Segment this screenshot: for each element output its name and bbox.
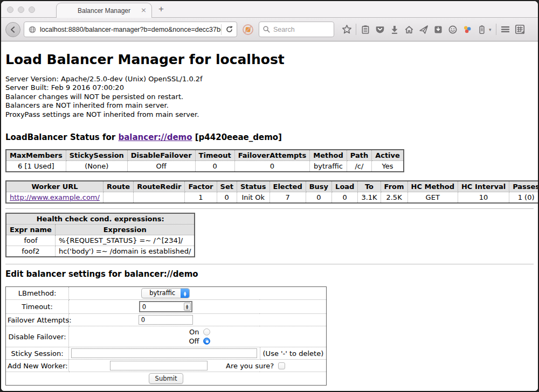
screenshot-extension-button[interactable] <box>513 22 527 37</box>
are-you-sure-label: Are you sure? <box>226 362 274 370</box>
zoom-window-button[interactable] <box>29 6 35 13</box>
tab-bar: Balancer Manager × + <box>1 1 538 18</box>
cell-busy: 0 <box>306 192 331 204</box>
col-busy: Busy <box>306 181 331 192</box>
tab-balancer-manager[interactable]: Balancer Manager × <box>56 3 152 18</box>
globe-icon <box>28 25 37 34</box>
col-path: Path <box>347 150 371 161</box>
number-spinner-icon[interactable]: ▲▼ <box>184 303 191 311</box>
col-active: Active <box>372 150 404 161</box>
worker-status-table: Worker URL Route RouteRedir Factor Set S… <box>5 180 538 204</box>
balancer-status-table: MaxMembers StickySession DisableFailover… <box>5 149 404 172</box>
new-tab-button[interactable]: + <box>158 4 164 15</box>
adblock-disabled-icon[interactable] <box>242 24 254 36</box>
col-from: From <box>381 181 407 192</box>
toolbar-separator <box>356 24 356 35</box>
chevron-down-icon[interactable]: ▾ <box>489 27 494 32</box>
cell-method: bytraffic <box>310 161 347 172</box>
back-button[interactable] <box>5 22 20 37</box>
form-row-sticky: Sticky Session: (Use '-' to delete) <box>6 347 327 360</box>
section-divider <box>5 264 534 264</box>
balancer-demo-link[interactable]: balancer://demo <box>118 132 192 142</box>
tab-title: Balancer Manager <box>78 7 130 15</box>
disable-failover-label: Disable Failover: <box>6 326 69 347</box>
close-window-button[interactable] <box>7 6 13 13</box>
col-hc-method: HC Method <box>407 181 458 192</box>
failover-attempts-input[interactable] <box>139 315 193 325</box>
tab-close-icon[interactable]: × <box>141 6 147 14</box>
col-maxmembers: MaxMembers <box>6 150 66 161</box>
home-button[interactable] <box>402 22 416 37</box>
form-row-timeout: Timeout: ▲▼ <box>6 300 327 314</box>
col-routeredir: RouteRedir <box>134 181 185 192</box>
cell-route <box>103 192 133 204</box>
share-button[interactable] <box>416 22 431 37</box>
grid-icon <box>515 24 525 34</box>
table-row: foof %{REQUEST_STATUS} =~ /^[234]/ <box>6 235 195 246</box>
url-bar[interactable]: localhost:8880/balancer-manager?b=demo&n… <box>24 22 237 37</box>
page-content: Load Balancer Manager for localhost Serv… <box>1 41 538 391</box>
battery-extension-button[interactable] <box>474 22 489 37</box>
page-title: Load Balancer Manager for localhost <box>5 52 534 67</box>
extension-download-button[interactable] <box>431 22 445 37</box>
color-picker-extension-button[interactable] <box>460 22 474 37</box>
notice-persist: Balancer changes will NOT be persisted o… <box>5 93 534 101</box>
add-worker-label: Add New Worker: <box>6 360 69 372</box>
radio-off-label: Off <box>185 337 199 345</box>
failover-label: Failover Attempts: <box>6 314 69 326</box>
form-row-add-worker: Add New Worker: Are you sure? <box>6 360 327 372</box>
search-input[interactable] <box>273 26 327 33</box>
cell-expr-name: foof <box>6 235 55 246</box>
are-you-sure-checkbox[interactable] <box>278 362 285 369</box>
downloads-button[interactable] <box>387 22 402 37</box>
bookmark-star-button[interactable] <box>340 22 354 37</box>
radio-off[interactable] <box>203 338 210 345</box>
health-table-title: Health check cond. expressions: <box>6 213 195 225</box>
search-bar[interactable] <box>259 22 334 37</box>
search-icon <box>262 25 271 33</box>
col-status: Status <box>237 181 270 192</box>
home-icon <box>404 25 414 34</box>
cell-expression: hc('body') =~ /domain is established/ <box>55 246 195 257</box>
col-stickysession: StickySession <box>66 150 127 161</box>
notice-proxypass: ProxyPass settings are NOT inherited fro… <box>5 110 534 119</box>
form-row-submit: Submit <box>6 372 327 386</box>
reload-button[interactable] <box>222 25 237 33</box>
col-expr-name: Expr name <box>6 225 55 235</box>
cell-hc-interval: 10 <box>458 192 509 204</box>
notice-balancers: Balancers are NOT inherited from main se… <box>5 101 534 110</box>
cell-failoverattempts: 0 <box>234 161 310 172</box>
sticky-session-hint: (Use '-' to delete) <box>260 347 326 360</box>
url-text[interactable]: localhost:8880/balancer-manager?b=demo&n… <box>40 26 221 33</box>
submit-button[interactable]: Submit <box>149 373 184 384</box>
feedback-button[interactable] <box>445 22 460 37</box>
sticky-session-label: Sticky Session: <box>6 347 69 360</box>
browser-window: Balancer Manager × + localhost:8880/bala… <box>1 1 538 391</box>
failover-value-cell <box>69 314 327 326</box>
minimize-window-button[interactable] <box>18 6 24 13</box>
table-header-row: MaxMembers StickySession DisableFailover… <box>6 150 404 161</box>
cell-elected: 7 <box>270 192 306 204</box>
bookmarks-menu-button[interactable] <box>358 22 372 37</box>
cell-maxmembers: 6 [1 Used] <box>6 161 66 172</box>
timeout-label: Timeout: <box>6 300 69 314</box>
square-download-icon <box>433 25 443 34</box>
worker-url-link[interactable]: http://www.example.com/ <box>10 193 100 201</box>
pocket-icon <box>375 25 385 34</box>
menu-button[interactable] <box>498 22 513 37</box>
col-set: Set <box>217 181 237 192</box>
lbmethod-select[interactable]: bytraffic ▲▼ <box>141 288 190 298</box>
smiley-icon <box>448 25 458 34</box>
pocket-button[interactable] <box>372 22 387 37</box>
status-heading-suffix: [p4420eeae_demo] <box>192 132 282 142</box>
cell-worker-url: http://www.example.com/ <box>6 192 103 204</box>
radio-on[interactable] <box>203 328 210 335</box>
window-controls[interactable] <box>7 6 35 13</box>
add-worker-input[interactable] <box>110 361 208 370</box>
col-failoverattempts: FailoverAttempts <box>234 150 310 161</box>
sticky-session-input[interactable] <box>71 348 257 358</box>
cell-from: 2.5K <box>381 192 407 204</box>
table-header-row: Health check cond. expressions: <box>6 213 195 225</box>
col-worker-url: Worker URL <box>6 181 103 192</box>
cell-to: 3.1K <box>358 192 381 204</box>
